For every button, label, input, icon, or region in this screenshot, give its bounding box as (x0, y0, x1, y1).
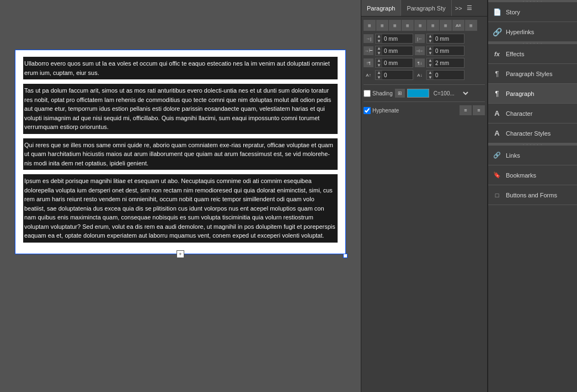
dropcap-lines-spin-arrows[interactable]: ▲▼ (376, 71, 382, 79)
hyphenate-checkbox-label[interactable]: Hyphenate (364, 107, 399, 114)
shading-checkbox[interactable] (364, 90, 371, 97)
hyphenate-btn-2[interactable]: ≡ (473, 105, 485, 115)
character-label: Character (506, 110, 573, 117)
space-before-icon: ↑¶ (364, 58, 373, 67)
left-indent-icon: →| (364, 34, 373, 43)
story-section-header[interactable]: 📄 Story (488, 2, 577, 22)
text-block-3: Qui reres que se illes mos same omni qui… (23, 138, 338, 170)
effects-icon: fx (493, 50, 501, 58)
space-before-spin-arrows[interactable]: ▲▼ (376, 58, 382, 67)
buttons-forms-label: Buttons and Forms (506, 192, 573, 198)
right-panel: · · · · · · 📄 Story 🔗 Hyperlinks · · · ·… (488, 0, 577, 392)
space-after-input[interactable] (434, 58, 464, 67)
section-character-styles: A Character Styles (488, 123, 577, 143)
hyphenate-checkbox[interactable] (364, 107, 371, 114)
section-hyperlinks: 🔗 Hyperlinks (488, 22, 577, 42)
hyphenate-label: Hyphenate (372, 108, 399, 114)
paragraph-label: Paragraph (506, 90, 573, 97)
last-line-indent-spinner[interactable]: ▲▼ (426, 46, 464, 56)
tab-menu-icon[interactable]: ☰ (467, 4, 472, 12)
dropcap-chars-input[interactable] (434, 71, 464, 79)
paragraph-styles-icon: ¶ (493, 69, 501, 78)
frame-resize-handle[interactable] (343, 254, 348, 258)
right-indent-spin-arrows[interactable]: ▲▼ (427, 34, 434, 43)
first-line-indent-icon: →⊢ (364, 46, 373, 55)
paragraph-styles-section-header[interactable]: ¶ Paragraph Styles (488, 64, 577, 83)
bookmarks-section-header[interactable]: 🔖 Bookmarks (488, 165, 577, 185)
right-indent-spinner[interactable]: ▲▼ (426, 34, 464, 44)
character-section-header[interactable]: A Character (488, 104, 577, 123)
section-paragraph-styles: ¶ Paragraph Styles (488, 64, 577, 84)
hyperlinks-icon: 🔗 (493, 28, 501, 36)
dropcap-lines-input[interactable] (382, 71, 413, 79)
shading-color-swatch[interactable] (407, 89, 429, 98)
links-section-header[interactable]: 🔗 Links (488, 146, 577, 165)
hyperlinks-section-header[interactable]: 🔗 Hyperlinks (488, 22, 577, 41)
buttons-forms-icon: □ (493, 191, 501, 200)
story-label: Story (506, 9, 573, 15)
shading-row: Shading ⊞ C=100... (364, 88, 485, 98)
tab-more[interactable]: >> ☰ (452, 4, 476, 12)
character-styles-label: Character Styles (506, 130, 573, 137)
dropcap-lines-spinner[interactable]: ▲▼ (375, 70, 413, 80)
left-indent-spin-arrows[interactable]: ▲▼ (376, 34, 382, 43)
right-indent-icon: |← (415, 34, 425, 43)
first-line-indent-spinner[interactable]: ▲▼ (375, 46, 413, 56)
align-justify-btn[interactable]: ≡ (402, 20, 414, 31)
text-block-2: Tas ut pa dolum faccum arit, simos ut as… (23, 84, 338, 134)
shading-checkbox-label[interactable]: Shading (364, 90, 393, 97)
story-icon: 📄 (493, 8, 501, 17)
character-icon: A (493, 109, 501, 118)
right-indent-input[interactable] (434, 34, 464, 43)
effects-section-header[interactable]: fx Effects (488, 44, 577, 63)
dropcap-chars-spinner[interactable]: ▲▼ (426, 70, 464, 80)
paragraph-section-header[interactable]: ¶ Paragraph (488, 84, 577, 103)
align-left-btn[interactable]: ≡ (364, 20, 376, 31)
canvas-area: Ullaborro evero quos sum ut la ea voles … (0, 0, 361, 392)
space-before-input[interactable] (382, 58, 413, 67)
bookmarks-label: Bookmarks (506, 172, 573, 179)
tab-paragraph[interactable]: Paragraph (361, 0, 401, 16)
align-justify-last-center-btn[interactable]: ≡ (427, 20, 439, 31)
dropcap-lines-icon: A↑ (364, 71, 373, 79)
indent-row-2: →⊢ ▲▼ ⊣← ▲▼ (364, 46, 485, 56)
effects-label: Effects (506, 51, 573, 57)
text-block-4: Ipsum es debit porisque magnihi litiae e… (23, 174, 338, 243)
paragraph-panel-tabs: Paragraph Paragraph Sty >> ☰ (361, 0, 487, 17)
tab-paragraph-styles[interactable]: Paragraph Sty (401, 0, 451, 16)
left-indent-spinner[interactable]: ▲▼ (375, 34, 413, 44)
section-bookmarks: 🔖 Bookmarks (488, 165, 577, 185)
frame-overflow-indicator[interactable]: + (177, 250, 184, 258)
last-line-indent-icon: ⊣← (415, 46, 425, 55)
first-line-spin-arrows[interactable]: ▲▼ (376, 46, 382, 55)
text-frame[interactable]: Ullaborro evero quos sum ut la ea voles … (15, 50, 346, 254)
last-line-indent-input[interactable] (434, 46, 464, 55)
section-effects: fx Effects (488, 44, 577, 64)
align-justify-last-left-btn[interactable]: ≡ (414, 20, 426, 31)
dropcap-chars-icon: A↓ (415, 71, 425, 79)
space-after-spinner[interactable]: ▲▼ (426, 58, 464, 68)
align-toward-spine-btn[interactable]: A≡ (452, 20, 464, 31)
last-line-spin-arrows[interactable]: ▲▼ (427, 46, 434, 55)
first-line-indent-input[interactable] (382, 46, 413, 55)
buttons-forms-section-header[interactable]: □ Buttons and Forms (488, 185, 577, 205)
divider-1 (364, 84, 485, 85)
align-right-btn[interactable]: ≡ (389, 20, 401, 31)
space-before-spinner[interactable]: ▲▼ (375, 58, 413, 68)
align-justify-last-right-btn[interactable]: ≡ (440, 20, 452, 31)
hyphenate-buttons: ≡ ≡ (460, 105, 485, 115)
paragraph-icon: ¶ (493, 89, 501, 98)
space-after-icon: ¶↓ (415, 58, 425, 67)
dropcap-chars-spin-arrows[interactable]: ▲▼ (427, 71, 434, 79)
align-away-spine-btn[interactable]: ≡ (465, 20, 477, 31)
alignment-row: ≡ ≡ ≡ ≡ ≡ ≡ ≡ A≡ ≡ (364, 20, 485, 31)
shading-grid-icon[interactable]: ⊞ (395, 89, 405, 98)
section-paragraph: ¶ Paragraph (488, 84, 577, 104)
hyphenate-btn-1[interactable]: ≡ (460, 105, 472, 115)
align-center-btn[interactable]: ≡ (376, 20, 388, 31)
left-indent-input[interactable] (382, 34, 413, 43)
paragraph-panel: Paragraph Paragraph Sty >> ☰ ≡ ≡ ≡ ≡ ≡ ≡… (361, 0, 488, 392)
character-styles-section-header[interactable]: A Character Styles (488, 123, 577, 143)
shading-color-dropdown[interactable]: C=100... (431, 88, 470, 98)
space-after-spin-arrows[interactable]: ▲▼ (427, 58, 434, 67)
